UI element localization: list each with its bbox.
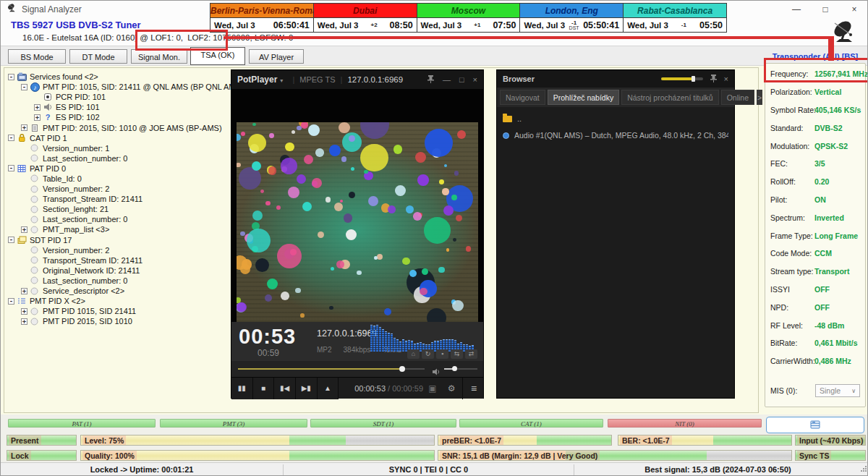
playlist-menu-icon[interactable]: ≡ bbox=[464, 378, 483, 399]
next-button[interactable]: ▶▮ bbox=[296, 378, 318, 399]
tree-row[interactable]: Last_section_number: 0 bbox=[21, 276, 225, 286]
mini-button-3[interactable]: ⇆ bbox=[451, 349, 463, 359]
mis-dropdown[interactable]: Single ∨ bbox=[815, 384, 860, 397]
transponder-label: Symbol Rate: bbox=[770, 106, 816, 114]
tree-row[interactable]: Transport_Stream ID: 21411 bbox=[21, 194, 225, 204]
tree-row[interactable]: -PAT PID 0 bbox=[8, 163, 225, 174]
player-minimize-icon[interactable]: — bbox=[443, 75, 451, 84]
audio-track-bullet-icon bbox=[503, 132, 509, 139]
audio-track-item[interactable]: Audio #1(QNL AMS) – Dutch, MPEG Audio, 4… bbox=[503, 131, 728, 140]
seek-handle[interactable] bbox=[399, 366, 405, 372]
tree-row[interactable]: +ES PID: 101 bbox=[34, 102, 225, 112]
tab-dt-mode[interactable]: DT Mode bbox=[69, 49, 127, 64]
tree-row[interactable]: PCR PID: 101 bbox=[34, 92, 225, 102]
mis-label: MIS (0): bbox=[770, 386, 797, 395]
video-area[interactable] bbox=[231, 89, 483, 322]
tree-row[interactable]: +PMT PID 2015, SID 1010 bbox=[21, 316, 225, 326]
collapse-icon[interactable]: - bbox=[8, 165, 14, 171]
collapse-icon[interactable]: - bbox=[8, 237, 14, 243]
tab-signal-mon-[interactable]: Signal Mon. bbox=[131, 49, 187, 64]
mini-button-2[interactable]: ▪ bbox=[436, 349, 448, 359]
tree-row[interactable]: Table_Id: 0 bbox=[21, 174, 225, 184]
tree-row[interactable]: -SDT PID 17 bbox=[8, 235, 225, 245]
expand-icon[interactable]: + bbox=[21, 124, 27, 131]
pin-icon[interactable] bbox=[427, 75, 434, 85]
browser-tab-prohl-e-nab-dky[interactable]: Prohlížeč nabídky bbox=[548, 90, 619, 105]
mini-button-4[interactable]: ⇄ bbox=[465, 349, 477, 359]
transponder-value: 0,461 Mbit/s bbox=[814, 339, 858, 347]
browser-tab-navigovat[interactable]: Navigovat bbox=[500, 90, 545, 105]
slider-handle[interactable] bbox=[692, 76, 695, 82]
player-close-icon[interactable]: × bbox=[473, 75, 477, 84]
expand-icon[interactable]: + bbox=[21, 308, 27, 315]
tree-row[interactable]: Last_section_number: 0 bbox=[21, 214, 225, 224]
clock-time: 08:50 bbox=[390, 20, 413, 30]
collapse-icon[interactable]: - bbox=[8, 74, 14, 80]
tree-row[interactable]: Version_number: 1 bbox=[21, 143, 225, 153]
transponder-row: RollOff:0.20 bbox=[765, 173, 865, 191]
tree-row[interactable]: +Service_descriptor <2> bbox=[21, 286, 225, 296]
browser-tab-online[interactable]: Online bbox=[721, 90, 754, 105]
potplayer-titlebar[interactable]: PotPlayer ▾ | MPEG TS | 127.0.0.1:6969 —… bbox=[231, 70, 483, 89]
parent-folder-row[interactable]: .. bbox=[503, 113, 728, 124]
minimize-icon[interactable]: — bbox=[782, 1, 811, 18]
pcr-icon bbox=[43, 93, 55, 101]
expand-icon[interactable]: + bbox=[21, 318, 27, 325]
tree-row[interactable]: -Services found <2> bbox=[8, 72, 225, 82]
tree-row[interactable]: Original_Network ID: 21411 bbox=[21, 265, 225, 276]
settings-gear-icon[interactable]: ⚙ bbox=[442, 378, 461, 399]
maximize-icon[interactable]: □ bbox=[811, 1, 840, 18]
expand-icon[interactable]: + bbox=[21, 226, 27, 233]
tree-row[interactable]: Version_number: 2 bbox=[21, 184, 225, 194]
slider-fill bbox=[661, 77, 694, 80]
resize-grip[interactable] bbox=[860, 462, 867, 475]
browser-opacity-slider[interactable] bbox=[661, 77, 703, 80]
transponder-row: BitRate:0,461 Mbit/s bbox=[765, 334, 865, 352]
video-window-button[interactable]: ▣ bbox=[423, 378, 442, 399]
volume-handle[interactable] bbox=[452, 366, 457, 371]
tree-row[interactable]: Version_number: 2 bbox=[21, 245, 225, 255]
tree-row[interactable]: -CAT PID 1 bbox=[8, 133, 225, 143]
clock-city-label: Moscow bbox=[417, 4, 520, 18]
browser-pin-icon[interactable] bbox=[710, 75, 717, 84]
player-maximize-icon[interactable]: □ bbox=[459, 75, 464, 84]
expand-icon[interactable]: + bbox=[21, 288, 27, 294]
tree-row[interactable]: +PMT PID: 2015, SID: 1010 @ JOE AMS (BP-… bbox=[21, 122, 225, 132]
tree-row[interactable]: Section_lenght: 21 bbox=[21, 204, 225, 214]
previous-button[interactable]: ▮◀ bbox=[274, 378, 296, 399]
eject-button[interactable]: ▲ bbox=[318, 378, 339, 399]
expand-icon[interactable]: + bbox=[34, 114, 41, 121]
tab-av-player[interactable]: AV Player bbox=[249, 49, 304, 64]
tab-tsa-ok-[interactable]: TSA (OK) bbox=[190, 47, 245, 65]
seek-slider[interactable] bbox=[238, 368, 425, 370]
collapse-icon[interactable]: - bbox=[8, 135, 14, 141]
status-bar: Locked -> Uptime: 00:01:21 SYNC 0 | TEI … bbox=[1, 462, 868, 476]
tree-row[interactable]: +PMT PID 1015, SID 21411 bbox=[21, 306, 225, 316]
expand-icon[interactable]: + bbox=[34, 104, 41, 111]
tree-row[interactable]: Last_section_number: 0 bbox=[21, 153, 225, 163]
browser-tab-n-stroj-proch-zen-titulk-[interactable]: Nástroj procházení titulků bbox=[621, 90, 718, 105]
status-lock-uptime: Locked -> Uptime: 00:01:21 bbox=[1, 463, 283, 476]
close-icon[interactable]: × bbox=[840, 1, 868, 18]
ts-record-button[interactable] bbox=[766, 417, 864, 433]
stop-button[interactable]: ■ bbox=[253, 378, 275, 399]
seek-row bbox=[231, 361, 483, 377]
tab-scroll-right-icon[interactable]: > bbox=[757, 90, 762, 105]
mini-button-1[interactable]: ↻ bbox=[422, 349, 434, 359]
chevron-down-icon[interactable]: ▾ bbox=[280, 77, 283, 84]
tab-bs-mode[interactable]: BS Mode bbox=[8, 49, 66, 64]
tree-row[interactable]: +?ES PID: 102 bbox=[34, 112, 225, 122]
collapse-icon[interactable]: - bbox=[21, 84, 27, 90]
browser-close-icon[interactable]: × bbox=[724, 75, 728, 83]
tree-row[interactable]: -PMT PID X <2> bbox=[8, 296, 225, 306]
tree-row[interactable]: +PMT_map_list <3> bbox=[21, 224, 225, 234]
volume-slider[interactable] bbox=[444, 368, 477, 370]
collapse-icon[interactable]: - bbox=[8, 298, 14, 305]
pause-button[interactable]: ▮▮ bbox=[231, 378, 253, 399]
browser-titlebar[interactable]: Browser × bbox=[497, 70, 734, 88]
tree-row[interactable]: -♪PMT PID: 1015, SID: 21411 @ QNL AMS (B… bbox=[21, 82, 225, 92]
tree-item-label: Table_Id: 0 bbox=[43, 174, 82, 183]
tree-row[interactable]: Transport_Stream ID: 21411 bbox=[21, 255, 225, 265]
potplayer-window: PotPlayer ▾ | MPEG TS | 127.0.0.1:6969 —… bbox=[231, 69, 484, 399]
mini-button-0[interactable]: ⌂ bbox=[407, 349, 420, 359]
